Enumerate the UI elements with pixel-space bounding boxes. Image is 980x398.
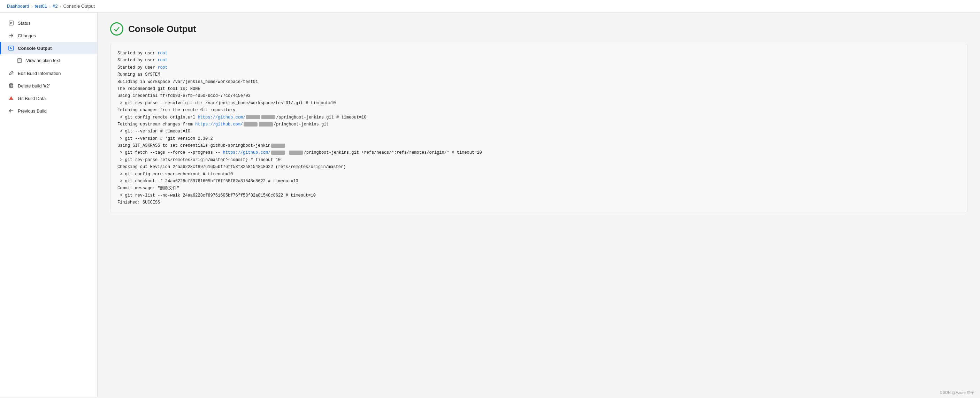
sidebar-item-edit-build-info-label: Edit Build Information — [18, 71, 61, 76]
sidebar-item-git-build-data-label: Git Build Data — [18, 96, 46, 101]
svg-rect-3 — [9, 46, 14, 50]
sidebar-item-view-plain-text-label: View as plain text — [26, 58, 60, 63]
footer-text: CSDN @Azure 居宇 — [940, 390, 974, 395]
sidebar-item-changes-label: Changes — [18, 33, 36, 38]
svg-marker-10 — [9, 96, 13, 100]
breadcrumb-test01[interactable]: test01 — [35, 3, 47, 9]
breadcrumb-current: Console Output — [64, 3, 95, 9]
github-link-2[interactable]: https://github.com/ — [195, 122, 243, 127]
user-link-3[interactable]: root — [158, 65, 168, 70]
redacted-4 — [259, 122, 273, 126]
status-icon — [8, 20, 14, 26]
sidebar-item-previous-build[interactable]: Previous Build — [0, 105, 97, 117]
sidebar-item-git-build-data[interactable]: Git Build Data — [0, 92, 97, 105]
sidebar-item-edit-build-info[interactable]: Edit Build Information — [0, 67, 97, 80]
trash-icon — [8, 83, 14, 89]
sidebar-item-view-plain-text[interactable]: View as plain text — [0, 54, 97, 67]
breadcrumb-sep-2: › — [49, 4, 51, 9]
edit-icon — [8, 70, 14, 76]
breadcrumb-sep-1: › — [31, 4, 33, 9]
github-link-3[interactable]: https://github.com/ — [223, 150, 270, 155]
sidebar-item-console-output[interactable]: Console Output — [0, 42, 97, 54]
page-title: Console Output — [128, 24, 196, 35]
sidebar: Status Changes Console Output — [0, 13, 98, 396]
redacted-7 — [289, 151, 303, 155]
git-icon — [8, 95, 14, 102]
breadcrumb-sep-3: › — [60, 4, 61, 9]
console-output-box: Started by user root Started by user roo… — [110, 44, 967, 212]
sidebar-item-status-label: Status — [18, 21, 31, 26]
sidebar-item-status[interactable]: Status — [0, 17, 97, 29]
arrow-left-icon — [8, 108, 14, 114]
footer-watermark: CSDN @Azure 居宇 — [940, 390, 974, 395]
user-link-2[interactable]: root — [158, 58, 168, 63]
redacted-1 — [246, 115, 260, 119]
page-header: Console Output — [110, 22, 967, 35]
sidebar-item-previous-build-label: Previous Build — [18, 108, 47, 114]
sidebar-item-console-output-label: Console Output — [18, 46, 52, 51]
main-layout: Status Changes Console Output — [0, 13, 980, 396]
redacted-5 — [271, 143, 285, 148]
github-link-1[interactable]: https://github.com/ — [197, 115, 245, 120]
svg-rect-0 — [9, 21, 13, 25]
main-content: Console Output Started by user root Star… — [98, 13, 980, 396]
breadcrumb-build-num[interactable]: #2 — [52, 3, 57, 9]
changes-icon — [8, 32, 14, 39]
console-output-icon — [8, 45, 14, 51]
sidebar-item-changes[interactable]: Changes — [0, 29, 97, 42]
breadcrumb: Dashboard › test01 › #2 › Console Output — [0, 0, 980, 13]
redacted-6 — [271, 151, 285, 155]
success-check-icon — [110, 22, 123, 35]
sidebar-item-delete-build-label: Delete build '#2' — [18, 83, 50, 89]
sidebar-item-delete-build[interactable]: Delete build '#2' — [0, 80, 97, 92]
redacted-2 — [261, 115, 275, 119]
redacted-3 — [243, 122, 258, 126]
breadcrumb-dashboard[interactable]: Dashboard — [7, 3, 29, 9]
user-link-1[interactable]: root — [158, 51, 168, 56]
plain-text-icon — [16, 57, 23, 64]
